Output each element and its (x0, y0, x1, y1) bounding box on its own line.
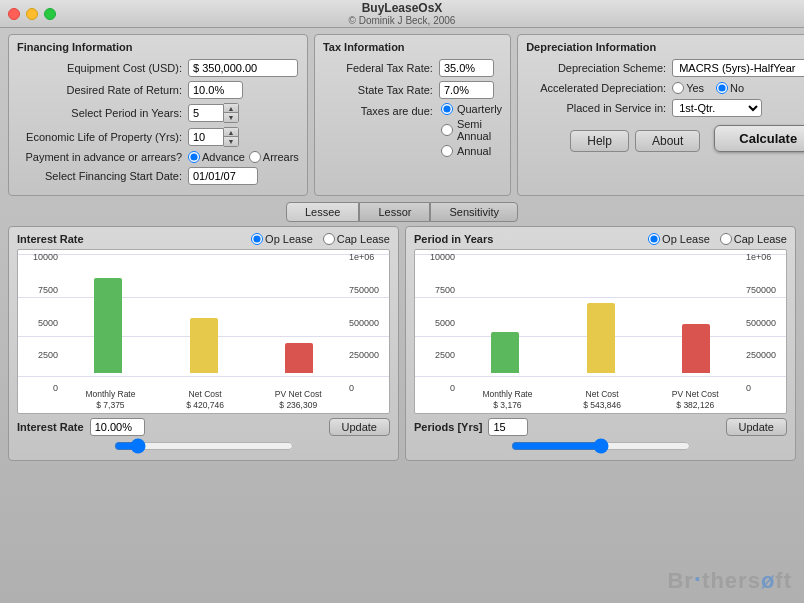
minimize-button[interactable] (26, 8, 38, 20)
tab-lessee[interactable]: Lessee (286, 202, 359, 222)
right-slider[interactable] (511, 438, 691, 454)
right-slider-row[interactable] (414, 438, 787, 454)
right-bar-labels: Monthly Rate$ 3,176 Net Cost$ 543,846 PV… (457, 387, 744, 411)
stepper-up[interactable]: ▲ (224, 104, 238, 113)
calculate-button[interactable]: Calculate (714, 125, 804, 152)
semi-annual-radio-label[interactable]: Semi Annual (441, 118, 502, 142)
right-bars-area (457, 254, 744, 373)
left-bar-2 (156, 318, 252, 373)
quarterly-label: Quarterly (457, 103, 502, 115)
help-button[interactable]: Help (570, 130, 629, 152)
right-cap-lease-radio[interactable] (720, 233, 732, 245)
left-footer-input[interactable] (90, 418, 145, 436)
app-title: BuyLeaseOsX (349, 1, 456, 15)
left-cap-lease-radio[interactable] (323, 233, 335, 245)
taxes-due-radio-group[interactable]: Quarterly Semi Annual Annual (439, 103, 502, 157)
tab-lessor[interactable]: Lessor (359, 202, 430, 222)
economic-life-label: Economic Life of Property (Yrs): (17, 131, 182, 143)
financing-title: Financing Information (17, 41, 299, 53)
left-cap-lease-label[interactable]: Cap Lease (323, 233, 390, 245)
right-footer-label: Periods [Yrs] (414, 421, 482, 433)
right-y-5000: 5000 (435, 318, 455, 328)
right-chart-title: Period in Years (414, 233, 493, 245)
advance-radio[interactable] (188, 151, 200, 163)
payment-row: Payment in advance or arrears? Advance A… (17, 151, 299, 163)
right-op-lease-text: Op Lease (662, 233, 710, 245)
advance-radio-label[interactable]: Advance (188, 151, 245, 163)
advance-label: Advance (202, 151, 245, 163)
annual-radio[interactable] (441, 145, 453, 157)
accelerated-no-label[interactable]: No (716, 82, 744, 94)
start-date-input[interactable] (188, 167, 258, 185)
economic-life-input[interactable] (188, 128, 224, 146)
about-button[interactable]: About (635, 130, 700, 152)
economic-life-row: Economic Life of Property (Yrs): ▲ ▼ (17, 127, 299, 147)
stepper-buttons[interactable]: ▲ ▼ (224, 103, 239, 123)
economic-life-stepper[interactable]: ▲ ▼ (188, 127, 239, 147)
left-op-lease-label[interactable]: Op Lease (251, 233, 313, 245)
left-slider[interactable] (114, 438, 294, 454)
select-period-stepper[interactable]: ▲ ▼ (188, 103, 239, 123)
economic-stepper-down[interactable]: ▼ (224, 137, 238, 146)
quarterly-radio-label[interactable]: Quarterly (441, 103, 502, 115)
accelerated-yes-label[interactable]: Yes (672, 82, 704, 94)
economic-stepper-up[interactable]: ▲ (224, 128, 238, 137)
desired-rate-input[interactable] (188, 81, 243, 99)
right-update-button[interactable]: Update (726, 418, 787, 436)
desired-rate-row: Desired Rate of Return: (17, 81, 299, 99)
equipment-cost-label: Equipment Cost (USD): (17, 62, 182, 74)
tab-sensitivity[interactable]: Sensitivity (430, 202, 518, 222)
scheme-row: Depreciation Scheme: MACRS (5yrs)-HalfYe… (526, 59, 804, 77)
left-y-0: 0 (53, 383, 58, 393)
grid-line-3 (18, 376, 389, 377)
accelerated-yes-radio[interactable] (672, 82, 684, 94)
scheme-select[interactable]: MACRS (5yrs)-HalfYear (672, 59, 804, 77)
economic-stepper-buttons[interactable]: ▲ ▼ (224, 127, 239, 147)
equipment-cost-input[interactable] (188, 59, 298, 77)
right-op-lease-radio[interactable] (648, 233, 660, 245)
placed-in-service-select[interactable]: 1st-Qtr. (672, 99, 762, 117)
close-button[interactable] (8, 8, 20, 20)
left-chart-title: Interest Rate (17, 233, 84, 245)
left-update-button[interactable]: Update (329, 418, 390, 436)
right-y-2500: 2500 (435, 350, 455, 360)
left-op-lease-text: Op Lease (265, 233, 313, 245)
state-tax-input[interactable] (439, 81, 494, 99)
left-y-5000: 5000 (38, 318, 58, 328)
left-slider-row[interactable] (17, 438, 390, 454)
left-yr-1e6: 1e+06 (349, 252, 374, 262)
arrears-radio[interactable] (249, 151, 261, 163)
right-chart-radio-group[interactable]: Op Lease Cap Lease (648, 233, 787, 245)
rgrid-line-3 (415, 376, 786, 377)
accelerated-no-radio[interactable] (716, 82, 728, 94)
dep-buttons-row: Help About Calculate (526, 125, 804, 152)
tax-panel: Tax Information Federal Tax Rate: State … (314, 34, 511, 196)
right-bar-green (491, 332, 519, 373)
semi-annual-radio[interactable] (441, 124, 453, 136)
watermark: Br·thersøft (667, 564, 792, 595)
left-bar-label-2: Net Cost$ 420,746 (186, 389, 224, 411)
maximize-button[interactable] (44, 8, 56, 20)
payment-radio-group[interactable]: Advance Arrears (188, 151, 299, 163)
quarterly-radio[interactable] (441, 103, 453, 115)
left-chart-radio-group[interactable]: Op Lease Cap Lease (251, 233, 390, 245)
right-cap-lease-label[interactable]: Cap Lease (720, 233, 787, 245)
right-footer-input[interactable] (488, 418, 528, 436)
annual-label: Annual (457, 145, 491, 157)
federal-tax-row: Federal Tax Rate: (323, 59, 502, 77)
left-bar-labels: Monthly Rate$ 7,375 Net Cost$ 420,746 PV… (60, 387, 347, 411)
left-op-lease-radio[interactable] (251, 233, 263, 245)
stepper-down[interactable]: ▼ (224, 113, 238, 122)
accelerated-radio-group[interactable]: Yes No (672, 82, 744, 94)
desired-rate-label: Desired Rate of Return: (17, 84, 182, 96)
arrears-radio-label[interactable]: Arrears (249, 151, 299, 163)
left-bar-3 (251, 343, 347, 373)
right-op-lease-label[interactable]: Op Lease (648, 233, 710, 245)
annual-radio-label[interactable]: Annual (441, 145, 502, 157)
traffic-lights[interactable] (8, 8, 56, 20)
federal-tax-input[interactable] (439, 59, 494, 77)
select-period-input[interactable] (188, 104, 224, 122)
right-bar-2 (553, 303, 649, 373)
left-y-10000: 10000 (33, 252, 58, 262)
yes-label: Yes (686, 82, 704, 94)
